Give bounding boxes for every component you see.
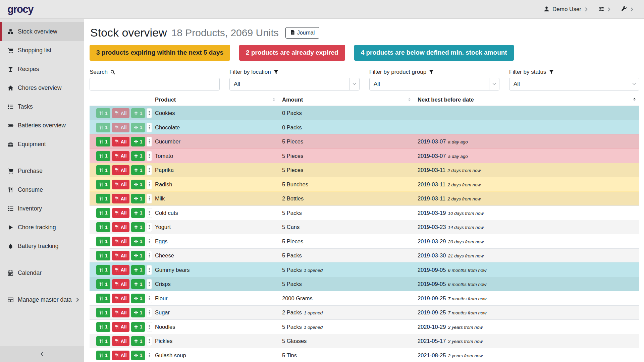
settings-menu[interactable] [598, 6, 611, 13]
open-one-button[interactable]: 1 [131, 237, 145, 246]
consume-one-button[interactable]: 1 [96, 137, 110, 146]
consume-all-button[interactable]: All [112, 308, 129, 317]
row-menu-button[interactable] [147, 351, 152, 360]
open-one-button[interactable]: 1 [131, 294, 145, 303]
consume-all-button[interactable]: All [112, 108, 129, 118]
consume-all-button[interactable]: All [112, 294, 129, 303]
consume-all-button[interactable]: All [112, 208, 129, 218]
consume-one-button[interactable]: 1 [96, 208, 110, 218]
admin-menu[interactable] [621, 6, 634, 13]
row-menu-button[interactable] [147, 265, 152, 275]
consume-all-button[interactable]: All [112, 194, 129, 203]
sidebar-item-batteries-overview[interactable]: Batteries overview [0, 116, 84, 135]
row-menu-button[interactable] [147, 237, 152, 246]
sidebar-item-chores-overview[interactable]: Chores overview [0, 78, 84, 97]
consume-one-button[interactable]: 1 [96, 251, 110, 260]
row-menu-button[interactable] [147, 123, 152, 132]
consume-all-button[interactable]: All [112, 351, 129, 360]
row-menu-button[interactable] [147, 108, 152, 118]
best-before-column-header[interactable]: Next best before date [414, 96, 639, 106]
consume-all-button[interactable]: All [112, 180, 129, 189]
open-one-button[interactable]: 1 [131, 251, 145, 260]
open-one-button[interactable]: 1 [131, 108, 145, 118]
consume-one-button[interactable]: 1 [96, 279, 110, 289]
consume-one-button[interactable]: 1 [96, 265, 110, 275]
open-one-button[interactable]: 1 [131, 137, 145, 146]
open-one-button[interactable]: 1 [131, 279, 145, 289]
consume-one-button[interactable]: 1 [96, 308, 110, 317]
row-menu-button[interactable] [147, 322, 152, 332]
consume-one-button[interactable]: 1 [96, 108, 110, 118]
row-menu-button[interactable] [147, 137, 152, 146]
user-menu[interactable]: Demo User [544, 6, 588, 13]
row-menu-button[interactable] [147, 194, 152, 203]
row-menu-button[interactable] [147, 222, 152, 232]
sidebar-item-consume[interactable]: Consume [0, 180, 84, 199]
search-input[interactable] [90, 78, 220, 90]
consume-one-button[interactable]: 1 [96, 336, 110, 346]
product-column-header[interactable]: Product [152, 96, 279, 106]
consume-all-button[interactable]: All [112, 251, 129, 260]
open-one-button[interactable]: 1 [131, 336, 145, 346]
consume-all-button[interactable]: All [112, 279, 129, 289]
open-one-button[interactable]: 1 [131, 265, 145, 275]
location-filter-select[interactable]: All [229, 78, 360, 90]
row-menu-button[interactable] [147, 180, 152, 189]
open-one-button[interactable]: 1 [131, 123, 145, 132]
row-menu-button[interactable] [147, 308, 152, 317]
consume-one-button[interactable]: 1 [96, 123, 110, 132]
consume-one-button[interactable]: 1 [96, 165, 110, 175]
consume-all-button[interactable]: All [112, 137, 129, 146]
app-logo[interactable]: grocy [7, 4, 33, 14]
open-one-button[interactable]: 1 [131, 222, 145, 232]
alert-badge[interactable]: 4 products are below defined min. stock … [354, 45, 514, 61]
consume-all-button[interactable]: All [112, 123, 129, 132]
open-one-button[interactable]: 1 [131, 180, 145, 189]
open-one-button[interactable]: 1 [131, 308, 145, 317]
row-menu-button[interactable] [147, 151, 152, 161]
consume-all-button[interactable]: All [112, 222, 129, 232]
sidebar-item-tasks[interactable]: Tasks [0, 97, 84, 116]
sidebar-item-chore-tracking[interactable]: Chore tracking [0, 218, 84, 237]
row-menu-button[interactable] [147, 279, 152, 289]
consume-one-button[interactable]: 1 [96, 151, 110, 161]
open-one-button[interactable]: 1 [131, 351, 145, 360]
sidebar-item-battery-tracking[interactable]: Battery tracking [0, 237, 84, 255]
consume-all-button[interactable]: All [112, 265, 129, 275]
amount-column-header[interactable]: Amount [279, 96, 414, 106]
consume-all-button[interactable]: All [112, 165, 129, 175]
row-menu-button[interactable] [147, 294, 152, 303]
row-menu-button[interactable] [147, 336, 152, 346]
sidebar-item-equipment[interactable]: Equipment [0, 135, 84, 154]
product-group-filter-select[interactable]: All [369, 78, 499, 90]
open-one-button[interactable]: 1 [131, 151, 145, 161]
sidebar-item-purchase[interactable]: Purchase [0, 162, 84, 180]
alert-badge[interactable]: 2 products are already expired [239, 45, 345, 61]
consume-all-button[interactable]: All [112, 336, 129, 346]
sidebar-item-manage-master-data[interactable]: Manage master data [0, 290, 84, 309]
row-menu-button[interactable] [147, 208, 152, 218]
sidebar-item-stock-overview[interactable]: Stock overview [0, 22, 84, 41]
sidebar-item-calendar[interactable]: Calendar [0, 263, 84, 282]
consume-one-button[interactable]: 1 [96, 180, 110, 189]
sidebar-item-shopping-list[interactable]: Shopping list [0, 41, 84, 60]
consume-all-button[interactable]: All [112, 151, 129, 161]
consume-one-button[interactable]: 1 [96, 194, 110, 203]
consume-all-button[interactable]: All [112, 322, 129, 332]
open-one-button[interactable]: 1 [131, 322, 145, 332]
consume-one-button[interactable]: 1 [96, 351, 110, 360]
sidebar-item-inventory[interactable]: Inventory [0, 199, 84, 218]
consume-one-button[interactable]: 1 [96, 222, 110, 232]
row-menu-button[interactable] [147, 251, 152, 260]
sidebar-collapse-button[interactable] [0, 346, 84, 362]
sidebar-item-recipes[interactable]: Recipes [0, 60, 84, 78]
journal-button[interactable]: Journal [285, 27, 319, 39]
status-filter-select[interactable]: All [509, 78, 639, 90]
open-one-button[interactable]: 1 [131, 208, 145, 218]
alert-badge[interactable]: 3 products expiring within the next 5 da… [90, 45, 230, 61]
open-one-button[interactable]: 1 [131, 194, 145, 203]
consume-all-button[interactable]: All [112, 237, 129, 246]
consume-one-button[interactable]: 1 [96, 237, 110, 246]
open-one-button[interactable]: 1 [131, 165, 145, 175]
row-menu-button[interactable] [147, 165, 152, 175]
